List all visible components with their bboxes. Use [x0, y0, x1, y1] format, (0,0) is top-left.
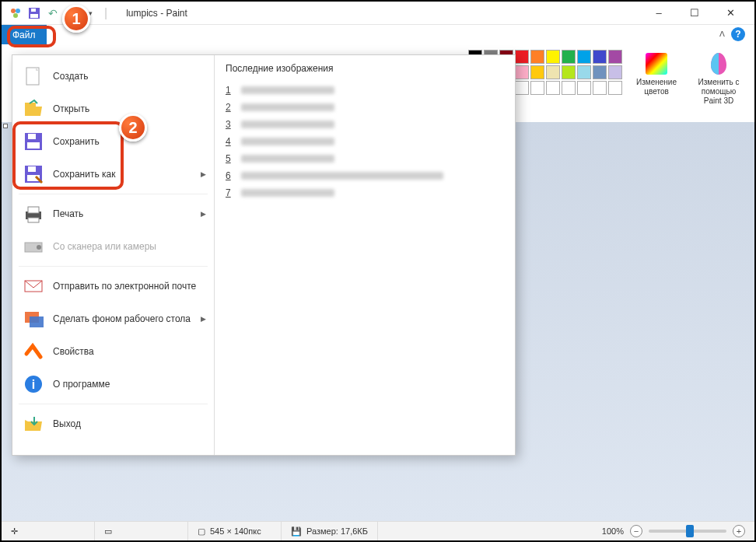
- recent-index: 1: [226, 85, 235, 96]
- file-menu-item-save[interactable]: Сохранить: [12, 125, 214, 158]
- color-swatch[interactable]: [530, 81, 544, 95]
- scanner-icon: [23, 236, 44, 257]
- color-swatch[interactable]: [577, 81, 591, 95]
- edit-colors-label: Изменение цветов: [630, 78, 683, 96]
- recent-item[interactable]: 4: [226, 133, 504, 150]
- undo-icon[interactable]: ↶: [45, 5, 61, 21]
- quick-access-toolbar: ↶ ↷ ▾ |: [8, 5, 110, 21]
- file-tab[interactable]: Файл: [2, 25, 47, 44]
- disk-icon: 💾: [291, 526, 302, 537]
- file-menu: СоздатьОткрытьСохранитьСохранить как▶Печ…: [12, 54, 516, 456]
- paint3d-label1: Изменить с: [698, 78, 740, 87]
- recent-item[interactable]: 6: [226, 167, 504, 184]
- collapse-ribbon-icon[interactable]: ᐱ: [719, 30, 725, 38]
- email-icon: [23, 276, 44, 296]
- file-menu-item-label: Свойства: [53, 346, 94, 357]
- paint3d-icon: [706, 51, 731, 76]
- recent-filename-blurred: [241, 86, 334, 94]
- file-menu-item-new[interactable]: Создать: [12, 60, 214, 93]
- recent-index: 4: [226, 136, 235, 147]
- file-menu-item-print[interactable]: Печать▶: [12, 198, 214, 230]
- color-swatch[interactable]: [608, 50, 622, 64]
- edit-colors-button[interactable]: Изменение цветов: [628, 50, 684, 98]
- svg-rect-5: [31, 9, 36, 12]
- minimize-button[interactable]: –: [641, 2, 677, 25]
- color-swatch[interactable]: [593, 65, 607, 79]
- app-icon: [8, 5, 23, 21]
- svg-point-19: [37, 245, 41, 250]
- file-menu-item-desktop[interactable]: Сделать фоном рабочего стола▶: [12, 302, 214, 335]
- paint3d-button[interactable]: Изменить с помощью Paint 3D: [691, 50, 747, 107]
- separator: |: [104, 6, 107, 20]
- color-swatch[interactable]: [515, 81, 529, 95]
- file-menu-item-label: Отправить по электронной почте: [53, 281, 196, 292]
- titlebar: ↶ ↷ ▾ | lumpics - Paint – ☐ ✕: [2, 2, 754, 25]
- color-swatch[interactable]: [515, 65, 529, 79]
- color-swatch[interactable]: [546, 50, 560, 64]
- file-menu-item-props[interactable]: Свойства: [12, 335, 214, 368]
- color-swatch[interactable]: [562, 81, 576, 95]
- recent-index: 5: [226, 153, 235, 164]
- zoom-slider-thumb[interactable]: [686, 525, 694, 537]
- file-menu-item-about[interactable]: iО программе: [12, 368, 214, 400]
- color-swatch[interactable]: [530, 65, 544, 79]
- file-menu-item-exit[interactable]: Выход: [12, 407, 214, 440]
- color-swatch[interactable]: [515, 50, 529, 64]
- color-swatch[interactable]: [593, 50, 607, 64]
- zoom-slider[interactable]: [649, 530, 726, 533]
- file-menu-recent-panel: Последние изображения 1234567: [215, 55, 515, 455]
- help-icon[interactable]: ?: [731, 27, 745, 41]
- file-menu-item-scanner: Со сканера или камеры: [12, 230, 214, 263]
- submenu-arrow-icon: ▶: [201, 315, 206, 323]
- color-swatch[interactable]: [546, 81, 560, 95]
- color-swatch[interactable]: [608, 81, 622, 95]
- svg-rect-4: [30, 14, 38, 18]
- recent-item[interactable]: 7: [226, 184, 504, 201]
- recent-item[interactable]: 5: [226, 150, 504, 167]
- recent-filename-blurred: [241, 189, 334, 197]
- new-icon: [23, 66, 44, 86]
- recent-title: Последние изображения: [226, 63, 504, 74]
- edit-colors-icon: [644, 51, 669, 76]
- props-icon: [23, 341, 44, 362]
- recent-item[interactable]: 2: [226, 99, 504, 116]
- recent-item[interactable]: 3: [226, 116, 504, 133]
- canvas-resize-handle[interactable]: [3, 124, 8, 128]
- file-menu-item-open[interactable]: Открыть: [12, 93, 214, 125]
- window-controls: – ☐ ✕: [641, 2, 748, 25]
- file-menu-item-label: О программе: [53, 379, 110, 390]
- svg-rect-6: [646, 53, 667, 75]
- color-swatch[interactable]: [530, 50, 544, 64]
- zoom-out-button[interactable]: −: [630, 525, 642, 537]
- close-button[interactable]: ✕: [712, 2, 748, 25]
- open-icon: [23, 99, 44, 119]
- color-swatch[interactable]: [562, 50, 576, 64]
- color-swatch[interactable]: [546, 65, 560, 79]
- color-swatch[interactable]: [593, 81, 607, 95]
- color-swatch[interactable]: [577, 50, 591, 64]
- file-menu-item-email[interactable]: Отправить по электронной почте: [12, 270, 214, 302]
- svg-rect-17: [28, 218, 39, 222]
- color-swatch[interactable]: [577, 65, 591, 79]
- recent-filename-blurred: [241, 172, 443, 180]
- recent-filename-blurred: [241, 121, 334, 128]
- paint3d-label2: помощью Paint 3D: [692, 87, 745, 106]
- file-menu-item-label: Открыть: [53, 103, 89, 114]
- file-menu-item-label: Сделать фоном рабочего стола: [53, 313, 191, 324]
- saveas-icon: [23, 164, 44, 184]
- file-menu-item-label: Сохранить: [53, 136, 100, 147]
- file-menu-item-saveas[interactable]: Сохранить как▶: [12, 158, 214, 191]
- zoom-in-button[interactable]: +: [733, 525, 745, 537]
- svg-rect-22: [30, 316, 44, 327]
- submenu-arrow-icon: ▶: [201, 170, 206, 178]
- save-icon: [23, 131, 44, 152]
- maximize-button[interactable]: ☐: [677, 2, 712, 25]
- save-icon[interactable]: [26, 5, 42, 21]
- recent-filename-blurred: [241, 138, 334, 145]
- color-swatch[interactable]: [562, 65, 576, 79]
- recent-item[interactable]: 1: [226, 82, 504, 99]
- svg-text:i: i: [32, 378, 35, 391]
- color-swatch[interactable]: [608, 65, 622, 79]
- file-menu-item-label: Сохранить как: [53, 169, 115, 180]
- svg-rect-16: [28, 207, 39, 213]
